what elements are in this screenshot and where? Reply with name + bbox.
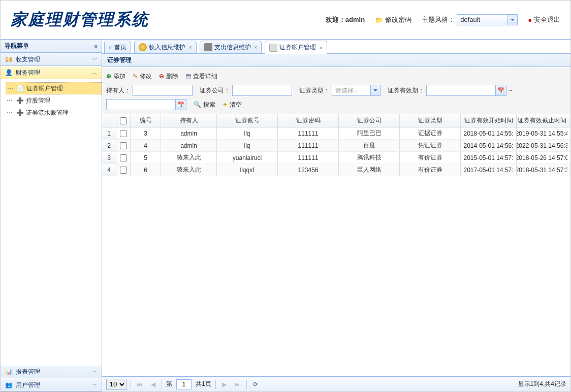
company-input[interactable] <box>232 85 292 96</box>
cell-id: 4 <box>131 140 161 151</box>
table-row[interactable]: 46猿来入此llqqxf123456巨人网络有价证券2017-05-01 14:… <box>102 164 570 176</box>
col-end[interactable]: 证券有效截止时间 <box>517 114 567 127</box>
view-button[interactable]: ▤查看详细 <box>185 72 217 81</box>
sidebar-section-income[interactable]: 💴 收支管理 ﹀ <box>1 53 102 66</box>
pager: 10 ⏮ ◀ 第 共1页 ▶ ⏭ ⟳ 显示1到4,共4记录 <box>102 376 570 391</box>
col-id[interactable]: 编号 <box>131 114 161 127</box>
data-grid: 编号 持有人 证券账号 证券密码 证券公司 证券类型 证券有效开始时间 证券有效… <box>102 114 570 376</box>
cell-id: 6 <box>131 164 161 176</box>
page-input[interactable] <box>176 379 192 389</box>
tab-income[interactable]: 收入信息维护 × <box>134 41 196 53</box>
app-header: 家庭理财管理系统 欢迎：admin 📁 修改密码 主题风格： default ●… <box>1 1 570 40</box>
change-password-link[interactable]: 📁 修改密码 <box>375 15 411 24</box>
search-button[interactable]: 🔍搜索 <box>194 101 215 109</box>
tabbar: ⌂ 首页 收入信息维护 × 支出信息维护 × 证券帐户管理 × <box>102 40 570 54</box>
table-row[interactable]: 35猿来入此yuanlairuci111111腾讯科技有价证券2015-05-0… <box>102 152 570 164</box>
refresh-button[interactable]: ⟳ <box>251 380 260 389</box>
row-number: 3 <box>102 152 116 164</box>
row-checkbox[interactable] <box>120 167 127 174</box>
cell-account: yuanlairuci <box>217 152 278 164</box>
cell-end: 2022-05-31 14:56:3 <box>517 140 567 151</box>
content-area: ⌂ 首页 收入信息维护 × 支出信息维护 × 证券帐户管理 × <box>102 40 570 391</box>
next-page-button[interactable]: ▶ <box>220 380 229 389</box>
home-icon: ⌂ <box>109 44 112 51</box>
company-label: 证券公司： <box>200 86 230 95</box>
panel-title: 证券管理 <box>102 54 570 67</box>
clear-button[interactable]: ✦清空 <box>223 101 242 109</box>
finance-icon: 👤 <box>5 69 13 77</box>
col-account[interactable]: 证券账号 <box>217 114 278 127</box>
tilde: ~ <box>509 87 512 94</box>
owner-label: 持有人： <box>106 86 131 95</box>
collapse-left-icon[interactable]: « <box>94 43 98 50</box>
cell-type: 有价证券 <box>400 152 461 164</box>
money-icon: 💴 <box>5 55 13 63</box>
page-size-select[interactable]: 10 <box>106 379 126 390</box>
theme-select[interactable]: default <box>457 14 518 25</box>
edit-button[interactable]: ✎修改 <box>133 72 152 81</box>
tab-home[interactable]: ⌂ 首页 <box>104 41 131 53</box>
cell-start: 2014-05-01 14:56: <box>461 140 517 151</box>
cell-owner: 猿来入此 <box>161 164 217 176</box>
first-page-button[interactable]: ⏮ <box>135 380 144 389</box>
table-row[interactable]: 24adminllq111111百度凭证证券2014-05-01 14:56:2… <box>102 140 570 152</box>
row-checkbox[interactable] <box>120 154 127 161</box>
toolbar: ⊕添加 ✎修改 ⊖删除 ▤查看详细 持有人： 证券公司： 证券类型：请选择...… <box>102 67 570 114</box>
chart-icon: 📊 <box>5 368 13 376</box>
tab-expense[interactable]: 支出信息维护 × <box>200 41 262 53</box>
owner-input[interactable] <box>133 85 193 96</box>
col-owner[interactable]: 持有人 <box>161 114 217 127</box>
row-number: 4 <box>102 164 116 176</box>
cell-company: 腾讯科技 <box>339 152 400 164</box>
sidebar-tree: ⋯ 📄 证券帐户管理 ⋯ ➕ 持股管理 ⋯ ➕ 证券流水账管理 <box>1 79 102 149</box>
expire-to-date[interactable] <box>106 99 186 110</box>
expire-from-date[interactable] <box>426 85 506 96</box>
sidebar-section-users[interactable]: 👥 用户管理 ﹀ <box>1 378 102 391</box>
plus-icon: ➕ <box>16 96 24 105</box>
col-start[interactable]: 证券有效开始时间 <box>461 114 517 127</box>
cell-company: 巨人网络 <box>339 164 400 176</box>
sidebar-section-reports[interactable]: 📊 报表管理 ﹀ <box>1 365 102 378</box>
close-icon[interactable]: × <box>319 45 322 51</box>
add-button[interactable]: ⊕添加 <box>106 72 125 81</box>
cell-company: 阿里巴巴 <box>339 127 400 139</box>
tree-node-securities-account[interactable]: ⋯ 📄 证券帐户管理 <box>6 82 102 94</box>
tree-dash-icon: ⋯ <box>6 97 14 104</box>
theme-picker: 主题风格： default <box>422 14 518 25</box>
doc-icon <box>269 44 277 52</box>
close-icon[interactable]: × <box>188 44 192 50</box>
power-icon: ● <box>528 16 532 24</box>
detail-icon: ▤ <box>185 73 191 80</box>
chevron-down-icon: ﹀ <box>92 381 98 389</box>
col-company[interactable]: 证券公司 <box>339 114 400 127</box>
row-checkbox[interactable] <box>120 130 127 137</box>
delete-button[interactable]: ⊖删除 <box>159 72 178 81</box>
sidebar-section-finance[interactable]: 👤 财务管理 ︿ <box>1 66 102 79</box>
last-page-button[interactable]: ⏭ <box>233 380 242 389</box>
select-all-checkbox[interactable] <box>120 117 127 124</box>
minus-icon: ⊖ <box>159 73 164 80</box>
tree-dash-icon: ⋯ <box>6 85 14 92</box>
cell-account: llq <box>217 140 278 151</box>
col-password[interactable]: 证券密码 <box>278 114 339 127</box>
expire-label: 证券有效期： <box>388 86 424 95</box>
table-row[interactable]: 13adminllq111111阿里巴巴证据证券2018-05-01 14:55… <box>102 127 570 140</box>
cell-type: 有价证券 <box>400 164 461 176</box>
cell-owner: 猿来入此 <box>161 152 217 164</box>
prev-page-button[interactable]: ◀ <box>148 380 157 389</box>
col-type[interactable]: 证券类型 <box>400 114 461 127</box>
row-checkbox[interactable] <box>120 142 127 149</box>
logout-link[interactable]: ● 安全退出 <box>528 15 560 24</box>
close-icon[interactable]: × <box>254 44 257 50</box>
app-title: 家庭理财管理系统 <box>11 9 326 31</box>
folder-icon: 📁 <box>375 16 383 24</box>
cell-company: 百度 <box>339 140 400 151</box>
cell-end: 2018-05-31 14:57:3 <box>517 164 567 176</box>
tree-node-holdings[interactable]: ⋯ ➕ 持股管理 <box>6 94 102 107</box>
pager-info: 显示1到4,共4记录 <box>518 380 566 388</box>
type-select[interactable]: 请选择... <box>332 85 380 96</box>
tree-node-transactions[interactable]: ⋯ ➕ 证券流水账管理 <box>6 107 102 119</box>
cell-password: 123456 <box>278 164 339 176</box>
cell-password: 111111 <box>278 152 339 164</box>
tab-securities[interactable]: 证券帐户管理 × <box>265 41 327 54</box>
